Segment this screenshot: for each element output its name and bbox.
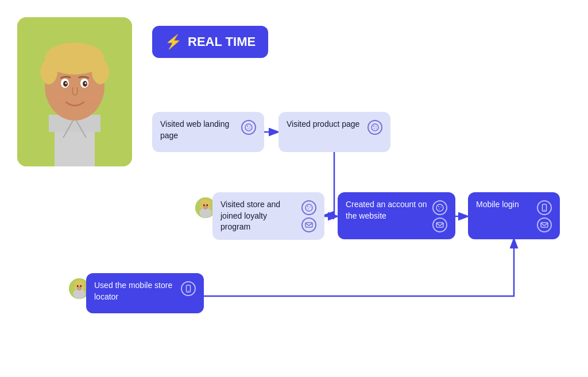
svg-point-27	[376, 126, 377, 127]
cookie-icon-2	[368, 120, 382, 135]
svg-point-18	[54, 94, 65, 101]
svg-point-45	[440, 207, 442, 208]
node-product-page: Visited product page	[278, 112, 390, 152]
realtime-badge: ⚡ REAL TIME	[152, 26, 268, 58]
node-mobile-locator: Used the mobile store locator	[86, 273, 204, 313]
mail-icon-2	[432, 217, 447, 232]
web-landing-label: Visited web landing page	[160, 119, 237, 141]
svg-point-36	[203, 204, 205, 207]
created-account-label: Created an account on the website	[346, 199, 428, 221]
mail-icon-1	[301, 217, 316, 232]
svg-point-55	[82, 286, 84, 290]
svg-point-24	[250, 129, 250, 129]
svg-point-25	[372, 124, 378, 131]
phone-icon-2	[181, 281, 196, 296]
mobile-login-icons	[537, 199, 552, 232]
svg-point-44	[438, 206, 439, 207]
svg-point-10	[40, 59, 57, 84]
svg-point-17	[85, 83, 87, 84]
created-account-icons	[432, 199, 447, 232]
svg-point-29	[376, 129, 377, 129]
cookie-icon-4	[432, 200, 447, 215]
svg-point-16	[65, 83, 67, 84]
svg-rect-47	[436, 223, 443, 227]
mail-icon-3	[537, 217, 552, 232]
mobile-login-label: Mobile login	[476, 199, 532, 211]
svg-point-41	[308, 208, 309, 209]
cookie-icon-3	[301, 200, 316, 215]
node-web-landing: Visited web landing page	[152, 112, 264, 152]
svg-point-46	[439, 208, 440, 209]
svg-point-38	[305, 204, 312, 211]
svg-point-40	[310, 207, 311, 208]
svg-point-43	[436, 204, 443, 211]
product-page-icons	[368, 119, 382, 135]
svg-point-11	[92, 59, 109, 84]
realtime-label: REAL TIME	[188, 34, 256, 49]
product-page-label: Visited product page	[287, 119, 363, 130]
svg-rect-42	[305, 223, 312, 227]
svg-point-58	[80, 285, 82, 287]
svg-point-23	[247, 128, 249, 129]
avatar-large	[17, 17, 132, 166]
visited-store-icons	[301, 199, 316, 232]
svg-point-34	[208, 205, 211, 209]
mobile-locator-icons	[181, 280, 196, 296]
svg-point-57	[77, 285, 79, 287]
svg-point-33	[200, 205, 203, 209]
cookie-icon	[241, 120, 256, 135]
phone-icon-1	[537, 200, 552, 215]
svg-rect-50	[541, 223, 548, 227]
svg-point-26	[373, 126, 374, 127]
svg-point-22	[249, 126, 250, 127]
visited-store-label: Visited store and joined loyalty program	[220, 199, 297, 233]
svg-point-54	[74, 286, 77, 290]
web-landing-icons	[241, 119, 256, 135]
svg-point-39	[307, 206, 308, 207]
node-visited-store: Visited store and joined loyalty program	[212, 192, 324, 240]
bolt-icon: ⚡	[165, 34, 182, 50]
node-mobile-login: Mobile login	[468, 192, 560, 239]
svg-point-20	[245, 124, 252, 131]
node-created-account: Created an account on the website	[338, 192, 455, 239]
svg-point-28	[374, 128, 375, 129]
svg-point-49	[544, 209, 545, 211]
svg-point-19	[84, 94, 95, 101]
svg-point-60	[188, 290, 189, 292]
svg-point-21	[247, 126, 248, 127]
svg-point-37	[206, 204, 208, 207]
mobile-locator-label: Used the mobile store locator	[94, 280, 176, 302]
canvas: ⚡ REAL TIME Visited web landing page Vis…	[0, 0, 588, 377]
